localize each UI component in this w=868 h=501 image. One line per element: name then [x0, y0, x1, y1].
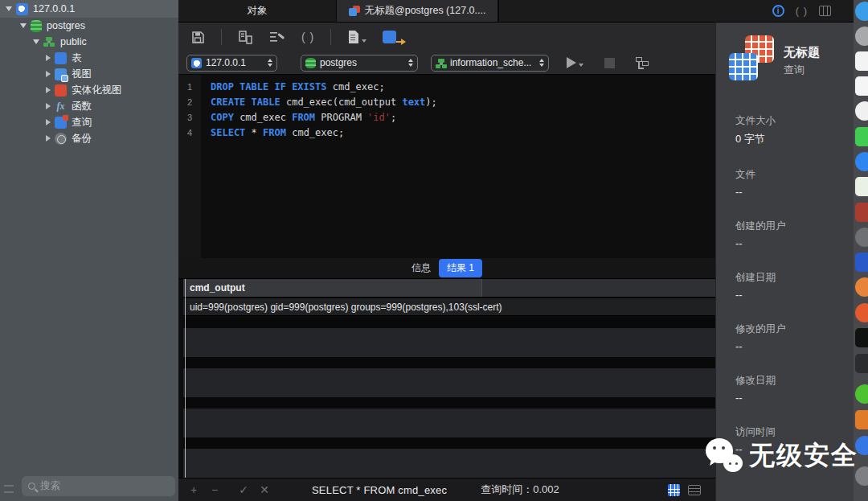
explain-plan-button[interactable] [636, 57, 649, 69]
tree-item-queries[interactable]: 查询 [0, 114, 178, 130]
camera-icon[interactable] [855, 228, 868, 247]
tab-objects[interactable]: 对象 [178, 0, 337, 22]
connection-select[interactable]: 127.0.0.1 [186, 55, 277, 72]
info-field: 文件-- [735, 168, 854, 198]
result-grid: cmd_output uid=999(postgres) gid=999(pos… [178, 279, 715, 478]
books-icon[interactable] [855, 203, 868, 222]
tree-item-functions[interactable]: fx 函数 [0, 98, 178, 114]
info-field-value: -- [735, 392, 854, 404]
info-field-value: -- [735, 186, 854, 198]
chat-bubble-icon[interactable] [855, 152, 868, 171]
stepper-icon [405, 59, 413, 67]
terminal-dark-icon[interactable] [855, 354, 868, 373]
postgres-connection-icon [191, 58, 202, 68]
grid-view-icon[interactable] [668, 484, 680, 496]
wechat-icon [704, 437, 744, 475]
search-icon [28, 483, 35, 490]
chevron-expanded-icon[interactable] [6, 6, 12, 11]
beautify-sql-icon[interactable] [269, 31, 285, 44]
queries-icon [55, 117, 67, 129]
sidebar-menu-icon[interactable] [4, 485, 14, 493]
firefox-icon[interactable] [855, 303, 868, 322]
line-number: 4 [178, 128, 201, 138]
browser-orange-icon[interactable] [855, 277, 868, 297]
context-selector-row: 127.0.0.1 postgres information_sche... [178, 51, 715, 75]
code-snippet-icon[interactable]: ( ) [301, 31, 314, 43]
import-wizard-icon [383, 31, 396, 43]
stepper-icon [264, 59, 272, 67]
connection-tree: 127.0.0.1 postgres public 表 视图 实体化视图 [0, 0, 178, 146]
tab-result-1[interactable]: 结果 1 [439, 259, 482, 277]
tree-item-connection[interactable]: 127.0.0.1 [0, 0, 178, 18]
query-editor-area: ( ) 127.0.0.1 postgres information_sche.… [178, 23, 715, 501]
export-result-icon [347, 30, 359, 44]
apply-icon[interactable]: ✓ [238, 483, 249, 496]
chevron-collapsed-icon[interactable] [46, 103, 51, 109]
info-field-label: 文件 [735, 168, 854, 182]
tree-item-materialized-views[interactable]: 实体化视图 [0, 82, 178, 98]
chevron-collapsed-icon[interactable] [46, 135, 51, 142]
import-wizard-button[interactable] [383, 31, 401, 43]
maps-icon[interactable] [855, 177, 868, 196]
grid-row[interactable]: uid=999(postgres) gid=999(postgres) grou… [183, 298, 715, 316]
messages-icon[interactable] [855, 127, 868, 146]
tree-item-label: 函数 [72, 100, 92, 113]
statusbar-query-text: SELECT * FROM cmd_exec [312, 484, 447, 496]
query-builder-icon[interactable] [238, 31, 253, 44]
code-line[interactable]: 4SELECT * FROM cmd_exec; [178, 125, 715, 140]
tree-item-backups[interactable]: 备份 [0, 130, 178, 146]
discard-icon[interactable]: ✕ [259, 483, 270, 496]
card-icon[interactable] [855, 253, 868, 272]
schema-select-value: information_sche... [450, 57, 531, 68]
macos-dock [854, 0, 868, 501]
database-icon [305, 58, 316, 68]
info-field: 创建日期-- [735, 271, 854, 301]
code-line[interactable]: 3COPY cmd_exec FROM PROGRAM 'id'; [178, 109, 715, 125]
reminders-icon[interactable] [855, 76, 868, 96]
siri-icon[interactable] [855, 27, 868, 46]
wechat-dock-icon[interactable] [855, 384, 868, 404]
blocks-orange-icon[interactable] [855, 410, 868, 429]
column-header-cmd-output[interactable]: cmd_output [183, 279, 482, 297]
chevron-collapsed-icon[interactable] [46, 119, 51, 125]
save-icon[interactable] [191, 31, 205, 44]
safari-icon[interactable] [855, 2, 868, 21]
chevron-collapsed-icon[interactable] [46, 71, 51, 77]
calendar-icon[interactable] [855, 51, 868, 71]
schema-select[interactable]: information_sche... [431, 55, 549, 72]
info-field: 修改日期-- [735, 374, 854, 404]
tree-item-schema[interactable]: public [0, 34, 178, 50]
form-view-icon[interactable] [688, 485, 701, 495]
chevron-expanded-icon[interactable] [33, 39, 39, 44]
export-result-button[interactable] [347, 30, 366, 44]
code-line[interactable]: 1DROP TABLE IF EXISTS cmd_exec; [178, 79, 715, 94]
tab-label: 对象 [248, 4, 268, 18]
chevron-collapsed-icon[interactable] [46, 55, 51, 61]
add-record-icon[interactable]: + [188, 483, 199, 496]
history-panel-toggle-icon[interactable] [819, 6, 831, 16]
chevron-collapsed-icon[interactable] [46, 87, 51, 93]
info-panel-toggle-icon[interactable]: i [772, 5, 784, 17]
database-select[interactable]: postgres [301, 55, 418, 72]
tree-item-label: public [60, 36, 87, 47]
sql-editor[interactable]: 1DROP TABLE IF EXISTS cmd_exec;2CREATE T… [178, 75, 715, 258]
tree-item-views[interactable]: 视图 [0, 66, 178, 82]
query-document-icon [729, 35, 776, 80]
statusbar-time: 查询时间：0.002 [481, 483, 559, 497]
run-query-button[interactable] [567, 57, 583, 68]
tree-item-tables[interactable]: 表 [0, 50, 178, 66]
code-line[interactable]: 2CREATE TABLE cmd_exec(cmd_output text); [178, 94, 715, 109]
stop-query-button[interactable] [604, 58, 615, 68]
tree-item-label: 视图 [72, 68, 92, 81]
tree-item-label: 查询 [72, 116, 92, 129]
delete-record-icon[interactable]: − [209, 483, 220, 496]
snippet-panel-toggle-icon[interactable]: ( ) [796, 5, 808, 17]
terminal-green-icon[interactable] [855, 328, 868, 347]
tab-query-untitled[interactable]: 无标题@postgres (127.0.... [337, 0, 498, 22]
info-panel-sections: 文件大小0 字节文件--创建的用户--创建日期--修改的用户--修改日期--访问… [716, 103, 854, 455]
chevron-expanded-icon[interactable] [20, 23, 27, 28]
tab-info[interactable]: 信息 [411, 261, 431, 275]
photos-icon[interactable] [855, 101, 868, 121]
search-input[interactable]: 搜索 [22, 476, 175, 496]
tree-item-database[interactable]: postgres [0, 18, 178, 34]
